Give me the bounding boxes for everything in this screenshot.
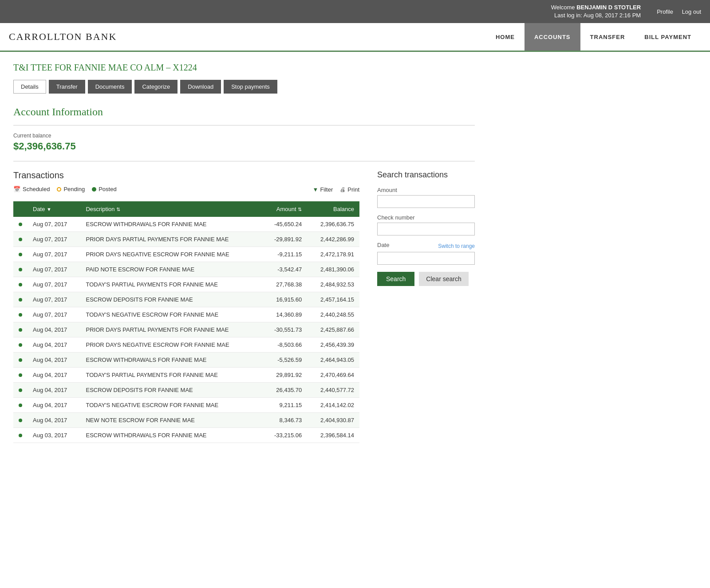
table-row: Aug 07, 2017 TODAY'S NEGATIVE ESCROW FOR… [13,307,359,322]
row-status-dot [13,277,28,292]
amount-field: Amount [377,187,475,208]
main-nav: Carrollton Bank HOME ACCOUNTS TRANSFER B… [0,23,710,52]
row-description: PRIOR DAYS PARTIAL PAYMENTS FOR FANNIE M… [80,322,262,337]
row-date: Aug 03, 2017 [28,428,80,443]
row-amount: -5,526.59 [262,353,308,368]
nav-transfer[interactable]: TRANSFER [580,23,635,51]
posted-indicator [19,223,22,226]
posted-indicator [19,238,22,241]
pending-dot-icon [57,187,61,192]
row-date: Aug 04, 2017 [28,322,80,337]
posted-indicator [19,404,22,407]
legend-posted-label: Posted [99,186,116,192]
col-description[interactable]: Description ⇅ [80,201,262,217]
transactions-heading: Transactions [13,170,359,180]
tab-download[interactable]: Download [180,80,221,94]
row-description: ESCROW DEPOSITS FOR FANNIE MAE [80,292,262,307]
row-description: TODAY'S NEGATIVE ESCROW FOR FANNIE MAE [80,307,262,322]
row-description: ESCROW WITHDRAWALS FOR FANNIE MAE [80,353,262,368]
row-date: Aug 07, 2017 [28,277,80,292]
date-input[interactable] [377,252,475,265]
col-balance: Balance [307,201,359,217]
check-number-input[interactable] [377,223,475,235]
row-description: TODAY'S PARTIAL PAYMENTS FOR FANNIE MAE [80,368,262,383]
row-status-dot [13,353,28,368]
calendar-icon: 📅 [13,186,20,192]
row-status-dot [13,337,28,353]
posted-indicator [19,388,22,392]
check-number-field: Check number [377,214,475,235]
amount-sort-arrow: ⇅ [298,207,302,212]
row-amount: 14,360.89 [262,307,308,322]
posted-indicator [19,434,22,437]
date-field: Date Switch to range [377,242,475,265]
row-status-dot [13,307,28,322]
search-panel: Search transactions Amount Check number … [377,170,475,443]
row-amount: 9,211.15 [262,398,308,413]
posted-indicator [19,343,22,347]
row-date: Aug 07, 2017 [28,292,80,307]
row-date: Aug 04, 2017 [28,337,80,353]
logout-link[interactable]: Log out [682,8,701,15]
tab-documents[interactable]: Documents [88,80,132,94]
row-description: PRIOR DAYS PARTIAL PAYMENTS FOR FANNIE M… [80,232,262,247]
filter-bar: ▼ Filter 🖨 Print [313,186,360,193]
date-sort-arrow: ▼ [47,207,51,212]
table-row: Aug 04, 2017 TODAY'S PARTIAL PAYMENTS FO… [13,368,359,383]
tab-stop-payments[interactable]: Stop payments [224,80,277,94]
print-button[interactable]: 🖨 Print [340,186,359,193]
row-description: TODAY'S NEGATIVE ESCROW FOR FANNIE MAE [80,398,262,413]
row-balance: 2,470,469.64 [307,368,359,383]
row-description: ESCROW WITHDRAWALS FOR FANNIE MAE [80,217,262,232]
section-heading: Account Information [13,106,475,118]
nav-home[interactable]: HOME [486,23,525,51]
account-info-section: Account Information Current balance $2,3… [13,106,475,152]
row-balance: 2,456,439.39 [307,337,359,353]
table-row: Aug 04, 2017 PRIOR DAYS PARTIAL PAYMENTS… [13,322,359,337]
row-description: ESCROW WITHDRAWALS FOR FANNIE MAE [80,428,262,443]
user-name: BENJAMIN D STOTLER [576,4,641,11]
row-amount: -33,215.06 [262,428,308,443]
col-amount[interactable]: Amount ⇅ [262,201,308,217]
amount-input[interactable] [377,195,475,208]
row-description: NEW NOTE ESCROW FOR FANNIE MAE [80,413,262,428]
table-row: Aug 07, 2017 ESCROW WITHDRAWALS FOR FANN… [13,217,359,232]
tab-categorize[interactable]: Categorize [134,80,178,94]
legend-posted: Posted [92,186,116,192]
nav-links: HOME ACCOUNTS TRANSFER BILL PAYMENT [486,23,701,51]
row-description: PRIOR DAYS NEGATIVE ESCROW FOR FANNIE MA… [80,337,262,353]
switch-to-range-link[interactable]: Switch to range [438,243,475,249]
row-amount: -30,551.73 [262,322,308,337]
filter-icon: ▼ [313,186,319,193]
row-balance: 2,481,390.06 [307,262,359,277]
row-balance: 2,396,584.14 [307,428,359,443]
posted-dot-icon [92,187,96,192]
posted-indicator [19,298,22,302]
table-row: Aug 04, 2017 NEW NOTE ESCROW FOR FANNIE … [13,413,359,428]
row-amount: 26,435.70 [262,383,308,398]
row-date: Aug 04, 2017 [28,368,80,383]
filter-button[interactable]: ▼ Filter [313,186,333,193]
tab-buttons: Details Transfer Documents Categorize Do… [13,80,475,94]
row-status-dot [13,262,28,277]
row-description: ESCROW DEPOSITS FOR FANNIE MAE [80,383,262,398]
row-balance: 2,440,248.55 [307,307,359,322]
col-date[interactable]: Date ▼ [28,201,80,217]
tab-transfer[interactable]: Transfer [49,80,85,94]
row-status-dot [13,368,28,383]
row-status-dot [13,232,28,247]
posted-indicator [19,283,22,286]
nav-accounts[interactable]: ACCOUNTS [525,23,580,51]
clear-search-button[interactable]: Clear search [419,272,468,286]
row-status-dot [13,413,28,428]
row-balance: 2,414,142.02 [307,398,359,413]
row-amount: -45,650.24 [262,217,308,232]
row-description: PAID NOTE ESCROW FOR FANNIE MAE [80,262,262,277]
table-row: Aug 07, 2017 TODAY'S PARTIAL PAYMENTS FO… [13,277,359,292]
tab-details[interactable]: Details [13,80,46,94]
profile-link[interactable]: Profile [657,8,673,15]
printer-icon: 🖨 [340,186,346,193]
legend-scheduled: 📅 Scheduled [13,186,50,192]
search-button[interactable]: Search [377,272,414,286]
nav-bill-payment[interactable]: BILL PAYMENT [635,23,701,51]
